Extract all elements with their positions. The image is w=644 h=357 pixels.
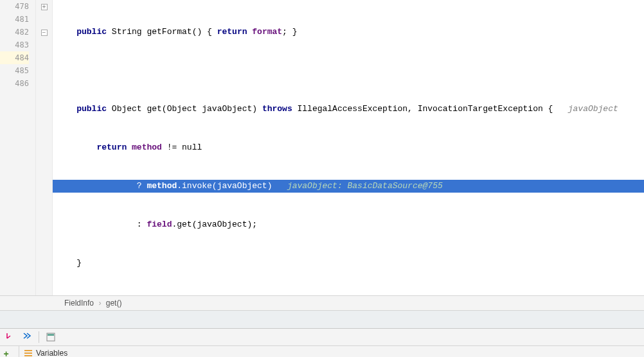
add-watch-icon[interactable]: + (4, 349, 15, 357)
line-number-gutter: 478 481 482 483 484 485 486 (0, 0, 36, 295)
line-number: 482 (0, 26, 29, 39)
breadcrumb-item[interactable]: get() (106, 299, 122, 308)
line-number: 485 (0, 64, 29, 77)
breadcrumb-item[interactable]: FieldInfo (64, 299, 94, 308)
current-execution-line: ? method.invoke(javaObject) javaObject: … (53, 180, 644, 193)
separator (39, 331, 39, 343)
svg-rect-1 (48, 334, 54, 336)
debug-toolbar (0, 329, 644, 346)
line-number: 478 (0, 0, 29, 13)
line-number: 484 (0, 51, 29, 64)
variables-sidebar: + − oo oo. (0, 346, 19, 357)
panel-gap (0, 311, 644, 329)
step-out-icon[interactable] (22, 332, 32, 342)
code-area[interactable]: public String getFormat() { return forma… (53, 0, 644, 295)
code-editor[interactable]: 478 481 482 483 484 485 486 + − public S… (0, 0, 644, 295)
variables-title: Variables (36, 349, 67, 357)
line-number: 481 (0, 13, 29, 26)
fold-icon[interactable]: − (41, 30, 48, 36)
variables-header[interactable]: Variables (19, 346, 644, 357)
fold-icon[interactable]: + (41, 4, 48, 10)
line-number: 483 (0, 39, 29, 51)
hamburger-icon (24, 350, 32, 356)
chevron-right-icon: › (98, 299, 101, 308)
breadcrumb[interactable]: FieldInfo › get() (0, 295, 644, 311)
variables-panel: + − oo oo. Variables ▶ this = {FieldInfo… (0, 346, 644, 357)
fold-gutter: + − (36, 0, 53, 295)
calculator-icon[interactable] (46, 332, 56, 342)
line-number: 486 (0, 77, 29, 90)
step-into-icon[interactable] (5, 332, 15, 342)
